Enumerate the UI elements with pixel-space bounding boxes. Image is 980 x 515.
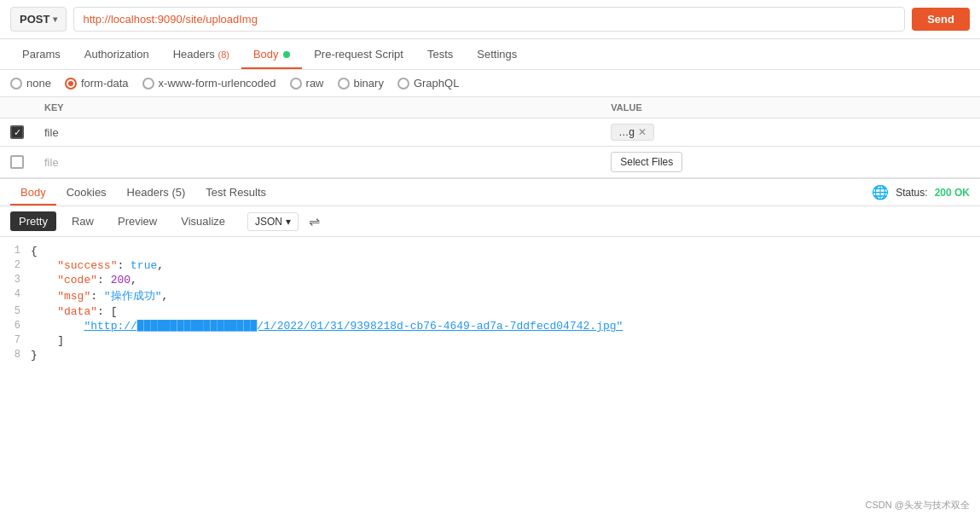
select-files-button[interactable]: Select Files (611, 152, 682, 172)
headers-badge: (8) (217, 49, 229, 60)
url-input[interactable] (73, 7, 905, 32)
code-line-2: 2 "success": true, (0, 258, 980, 273)
radio-form-data-circle (65, 78, 77, 90)
radio-none-label: none (26, 77, 51, 90)
request-tabs: Params Authorization Headers (8) Body Pr… (0, 39, 980, 70)
format-type-label: JSON (255, 216, 282, 228)
code-line-7: 7 ] (0, 333, 980, 348)
code-block: 1 { 2 "success": true, 3 "code": 200, 4 … (0, 237, 980, 369)
code-line-3: 3 "code": 200, (0, 273, 980, 287)
response-headers-badge: (5) (171, 186, 185, 199)
response-tab-body[interactable]: Body (10, 179, 56, 205)
radio-graphql[interactable]: GraphQL (397, 77, 459, 90)
response-headers-label: Headers (127, 186, 169, 199)
radio-none-circle (10, 78, 22, 90)
radio-none[interactable]: none (10, 77, 51, 90)
tab-authorization[interactable]: Authorization (72, 39, 161, 69)
tab-headers[interactable]: Headers (8) (161, 39, 241, 69)
radio-urlencoded[interactable]: x-www-form-urlencoded (142, 77, 276, 90)
body-active-dot (283, 51, 290, 58)
tab-headers-label: Headers (173, 48, 215, 61)
row1-key: file (44, 126, 59, 139)
response-tab-test-results[interactable]: Test Results (195, 179, 276, 205)
radio-raw-circle (290, 78, 302, 90)
kv-table: KEY VALUE file …g ✕ fil (0, 97, 980, 178)
file-chip-remove-icon[interactable]: ✕ (638, 126, 647, 138)
table-row: file Select Files (0, 147, 980, 178)
radio-binary-label: binary (354, 77, 384, 90)
code-line-1: 1 { (0, 244, 980, 258)
tab-body[interactable]: Body (241, 39, 302, 69)
method-select[interactable]: POST ▾ (10, 7, 67, 32)
file-chip-name: …g (618, 126, 635, 138)
method-chevron-icon: ▾ (53, 14, 57, 24)
tab-settings[interactable]: Settings (465, 39, 529, 69)
table-row: file …g ✕ (0, 119, 980, 147)
code-line-4: 4 "msg": "操作成功", (0, 287, 980, 304)
radio-raw[interactable]: raw (290, 77, 324, 90)
radio-binary-circle (338, 78, 350, 90)
status-label: Status: (896, 187, 927, 199)
radio-graphql-circle (397, 78, 409, 90)
tab-params[interactable]: Params (10, 39, 72, 69)
radio-form-data-label: form-data (81, 77, 129, 90)
status-info: 🌐 Status: 200 OK (872, 184, 970, 200)
tab-body-label: Body (253, 48, 279, 61)
radio-binary[interactable]: binary (338, 77, 384, 90)
row2-checkbox[interactable] (10, 155, 24, 169)
method-label: POST (20, 13, 49, 26)
row1-checkbox[interactable] (10, 125, 24, 139)
file-chip: …g ✕ (611, 124, 654, 141)
response-tabs-row: Body Cookies Headers (5) Test Results 🌐 … (0, 179, 980, 206)
format-type-select[interactable]: JSON ▾ (247, 212, 299, 231)
wrap-icon[interactable]: ⇌ (309, 213, 320, 229)
key-column-header: KEY (34, 97, 600, 119)
row2-key-placeholder: file (44, 156, 59, 169)
response-tab-headers[interactable]: Headers (5) (117, 179, 196, 205)
format-pretty[interactable]: Pretty (10, 211, 56, 231)
tab-tests[interactable]: Tests (415, 39, 465, 69)
format-raw[interactable]: Raw (63, 211, 102, 231)
tab-pre-request-script[interactable]: Pre-request Script (302, 39, 415, 69)
globe-icon: 🌐 (872, 184, 889, 200)
format-visualize[interactable]: Visualize (172, 211, 234, 231)
radio-urlencoded-label: x-www-form-urlencoded (159, 77, 276, 90)
code-line-6: 6 "http://██████████████████/1/2022/01/3… (0, 319, 980, 333)
send-button[interactable]: Send (912, 8, 970, 31)
format-type-chevron-icon: ▾ (286, 216, 291, 228)
value-column-header: VALUE (600, 97, 980, 119)
radio-graphql-label: GraphQL (414, 77, 459, 90)
url-bar: POST ▾ Send (0, 0, 980, 39)
radio-form-data[interactable]: form-data (65, 77, 129, 90)
radio-urlencoded-circle (142, 78, 154, 90)
response-tab-cookies[interactable]: Cookies (56, 179, 117, 205)
code-line-5: 5 "data": [ (0, 304, 980, 319)
code-format-row: Pretty Raw Preview Visualize JSON ▾ ⇌ (0, 206, 980, 237)
format-preview[interactable]: Preview (109, 211, 165, 231)
body-type-row: none form-data x-www-form-urlencoded raw… (0, 70, 980, 97)
status-code: 200 OK (935, 187, 970, 199)
radio-raw-label: raw (306, 77, 324, 90)
response-area: Body Cookies Headers (5) Test Results 🌐 … (0, 178, 980, 369)
code-line-8: 8 } (0, 348, 980, 362)
